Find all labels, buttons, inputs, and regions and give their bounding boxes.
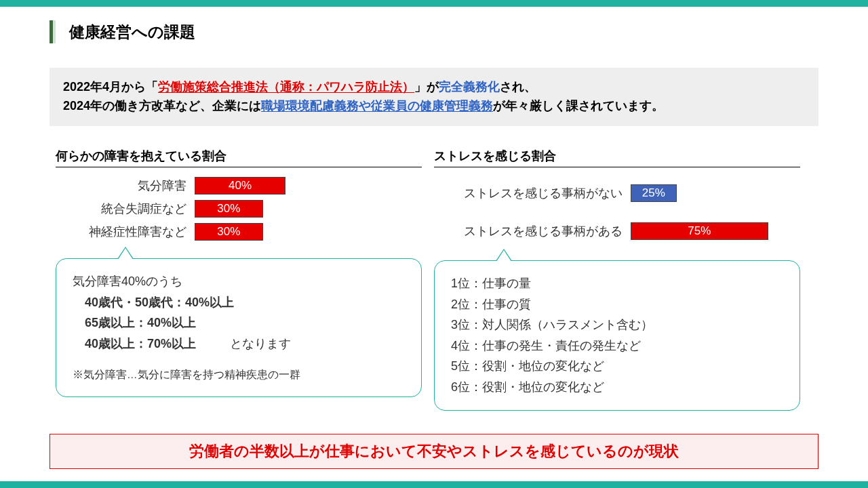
- intro-text-h: が年々厳しく課されています。: [493, 99, 664, 113]
- intro-mandatory: 完全義務化: [439, 80, 500, 94]
- callout-left: 気分障害40%のうち 40歳代・50歳代：40%以上 65歳以上：40%以上 4…: [56, 258, 422, 397]
- bar-value: 30%: [195, 223, 263, 241]
- bar-row: 統合失調症など30%: [56, 200, 422, 218]
- rank-item-1: 1位：仕事の量: [451, 273, 783, 294]
- intro-obligations: 職場環境配慮義務や従業員の健康管理義務: [261, 99, 493, 113]
- intro-banner: 2022年4月から「労働施策総合推進法（通称：パワハラ防止法）」が完全義務化され…: [50, 68, 818, 126]
- rank-item-6: 6位：役割・地位の変化など: [451, 377, 783, 398]
- callout-tail-icon: [117, 247, 134, 259]
- rank-item-5: 5位：役割・地位の変化など: [451, 356, 783, 377]
- bar-label: 気分障害: [56, 178, 195, 194]
- right-column: ストレスを感じる割合 ストレスを感じる事柄がない25%ストレスを感じる事柄がある…: [434, 148, 800, 411]
- left-heading: 何らかの障害を抱えている割合: [56, 148, 422, 167]
- callout-line-3: 40歳以上：70%以上: [85, 337, 196, 350]
- left-column: 何らかの障害を抱えている割合 気分障害40%統合失調症など30%神経症性障害など…: [56, 148, 422, 397]
- bar-value: 75%: [631, 222, 768, 240]
- bar-label: ストレスを感じる事柄がない: [434, 185, 631, 201]
- intro-text-f: 2024年の働き方改革など、企業には: [63, 99, 261, 113]
- slide: 健康経営への課題 2022年4月から「労働施策総合推進法（通称：パワハラ防止法）…: [0, 0, 868, 488]
- intro-text-a: 2022年4月から「: [63, 80, 158, 94]
- bar-value: 30%: [195, 200, 263, 218]
- slide-title: 健康経営への課題: [69, 22, 195, 43]
- callout-line-1: 40歳代・50歳代：40%以上: [73, 292, 405, 313]
- intro-law-name: 労働施策総合推進法（通称：パワハラ防止法）: [158, 80, 414, 94]
- rank-item-2: 2位：仕事の質: [451, 294, 783, 315]
- bar-label: 神経症性障害など: [56, 224, 195, 240]
- title-accent-bar: [50, 20, 56, 43]
- rank-item-3: 3位：対人関係（ハラスメント含む）: [451, 314, 783, 336]
- bar-value: 40%: [195, 177, 285, 195]
- callout-footnote: ※気分障害…気分に障害を持つ精神疾患の一群: [73, 366, 405, 384]
- bar-chart-stress: ストレスを感じる事柄がない25%ストレスを感じる事柄がある75%: [434, 184, 800, 240]
- callout-right: 1位：仕事の量 2位：仕事の質 3位：対人関係（ハラスメント含む） 4位：仕事の…: [434, 260, 800, 411]
- callout-line-2: 65歳以上：40%以上: [73, 312, 405, 333]
- intro-text-e: され、: [500, 80, 536, 94]
- bar-label: ストレスを感じる事柄がある: [434, 223, 631, 239]
- bar-row: 気分障害40%: [56, 177, 422, 195]
- callout-line-3-row: 40歳以上：70%以上 となります: [73, 333, 405, 354]
- bar-row: 神経症性障害など30%: [56, 223, 422, 241]
- callout-tail-icon: [496, 249, 512, 261]
- slide-title-row: 健康経営への課題: [50, 20, 195, 43]
- rank-item-4: 4位：仕事の発生・責任の発生など: [451, 336, 783, 357]
- callout-tail-text: となります: [230, 337, 291, 350]
- bar-row: ストレスを感じる事柄がある75%: [434, 222, 800, 240]
- bar-chart-disorders: 気分障害40%統合失調症など30%神経症性障害など30%: [56, 177, 422, 241]
- bar-value: 25%: [631, 184, 677, 202]
- callout-lead: 気分障害40%のうち: [73, 271, 405, 292]
- conclusion-banner: 労働者の半数以上が仕事において不安やストレスを感じているのが現状: [50, 434, 818, 469]
- bar-row: ストレスを感じる事柄がない25%: [434, 184, 800, 202]
- bar-label: 統合失調症など: [56, 201, 195, 217]
- intro-text-c: 」が: [414, 80, 439, 94]
- right-heading: ストレスを感じる割合: [434, 148, 800, 167]
